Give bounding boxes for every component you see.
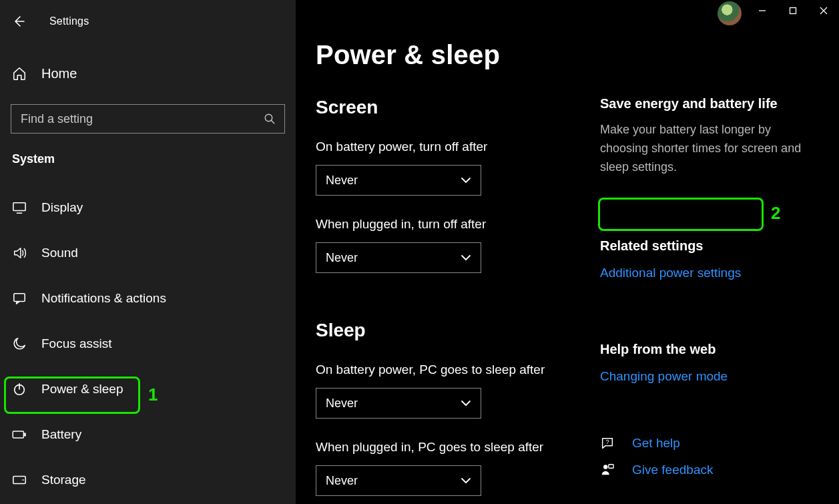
sidebar-item-notifications[interactable]: Notifications & actions [0,280,296,317]
search-icon [264,113,276,125]
sleep-battery-dropdown[interactable]: Never [316,388,481,419]
user-avatar[interactable] [718,1,742,25]
svg-point-10 [603,465,607,469]
sidebar-item-storage[interactable]: Storage [0,461,296,499]
sidebar-item-label: Battery [41,427,81,442]
section-sleep-heading: Sleep [316,320,583,341]
svg-rect-6 [24,433,26,436]
sidebar: Settings Home System Display Sound [0,0,296,504]
screen-battery-value: Never [326,174,358,188]
link-get-help[interactable]: Get help [632,436,680,451]
screen-plugged-value: Never [326,251,358,265]
sidebar-category: System [12,152,296,166]
storage-icon [12,475,27,485]
page-title: Power & sleep [316,40,583,70]
svg-point-8 [22,479,23,481]
display-icon [12,201,27,214]
sidebar-item-label: Focus assist [41,336,112,351]
window-titlebar [718,0,839,25]
aside-energy-desc: Make your battery last longer by choosin… [600,121,814,177]
chevron-down-icon [461,177,471,184]
sound-icon [12,246,27,260]
svg-rect-11 [609,464,613,468]
sidebar-item-label: Display [41,200,83,215]
close-button[interactable] [808,0,839,21]
chat-question-icon: ? [600,436,615,451]
screen-battery-label: On battery power, turn off after [316,140,583,154]
aside-energy-heading: Save energy and battery life [600,96,814,111]
back-button[interactable] [4,8,33,35]
arrow-left-icon [12,15,25,28]
link-additional-power-settings[interactable]: Additional power settings [600,266,741,280]
screen-plugged-dropdown[interactable]: Never [316,242,481,273]
chevron-down-icon [461,477,471,484]
aside: Save energy and battery life Make your b… [600,40,814,504]
content-area: Power & sleep Screen On battery power, t… [296,0,839,504]
maximize-button[interactable] [778,0,808,21]
sidebar-home-label: Home [41,66,77,81]
sidebar-item-label: Power & sleep [41,382,123,397]
sidebar-home[interactable]: Home [0,57,296,89]
get-help-row[interactable]: ? Get help [600,436,814,451]
svg-rect-0 [790,8,796,14]
focus-assist-icon [12,336,27,351]
aside-related-heading: Related settings [600,238,814,254]
notifications-icon [12,292,27,305]
chevron-down-icon [461,254,471,261]
power-icon [12,382,27,397]
svg-rect-2 [13,203,25,211]
chevron-down-icon [461,400,471,407]
screen-plugged-label: When plugged in, turn off after [316,217,583,232]
sidebar-item-label: Sound [41,246,78,260]
sidebar-item-label: Storage [41,473,86,487]
aside-help-heading: Help from the web [600,342,814,357]
sleep-plugged-value: Never [326,474,358,488]
sidebar-item-label: Notifications & actions [41,291,166,306]
svg-rect-5 [13,431,23,438]
sleep-battery-value: Never [326,397,358,411]
sleep-plugged-dropdown[interactable]: Never [316,465,481,496]
feedback-person-icon [600,463,615,477]
section-screen-heading: Screen [316,97,583,118]
sidebar-item-power-sleep[interactable]: Power & sleep [0,370,296,408]
sidebar-item-focus-assist[interactable]: Focus assist [0,325,296,362]
link-changing-power-mode[interactable]: Changing power mode [600,369,728,384]
minimize-button[interactable] [747,0,778,21]
give-feedback-row[interactable]: Give feedback [600,463,814,477]
sidebar-item-battery[interactable]: Battery [0,416,296,453]
search-input[interactable] [11,104,285,134]
battery-icon [12,429,27,440]
screen-battery-dropdown[interactable]: Never [316,165,481,196]
sleep-battery-label: On battery power, PC goes to sleep after [316,362,583,377]
sidebar-item-display[interactable]: Display [0,189,296,226]
sidebar-item-sound[interactable]: Sound [0,234,296,272]
app-title: Settings [49,15,89,27]
svg-rect-3 [14,294,25,302]
home-icon [12,66,27,81]
link-give-feedback[interactable]: Give feedback [632,463,713,477]
sleep-plugged-label: When plugged in, PC goes to sleep after [316,440,583,455]
svg-text:?: ? [605,439,609,445]
